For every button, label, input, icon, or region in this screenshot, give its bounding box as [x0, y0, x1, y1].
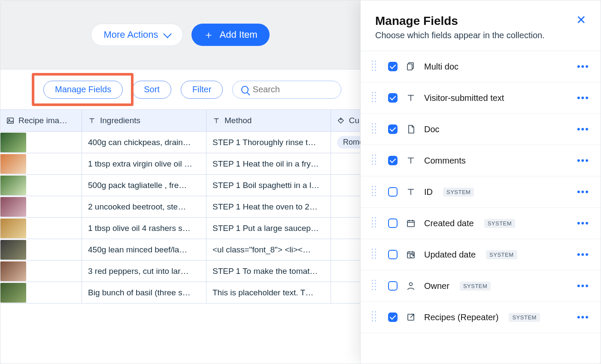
- field-more-icon[interactable]: •••: [577, 124, 589, 135]
- search-field[interactable]: [232, 81, 341, 99]
- more-actions-button[interactable]: More Actions: [91, 24, 182, 46]
- recipe-thumbnail: [0, 176, 26, 195]
- field-label: Multi doc: [424, 62, 458, 72]
- field-row: Recipes (Repeater)SYSTEM•••: [361, 302, 601, 333]
- cell-ingredients: 2 uncooked beetroot, ste…: [82, 196, 206, 217]
- col-recipe-image[interactable]: Recipe ima…: [0, 110, 82, 131]
- cell-method: STEP 1 Put a large saucep…: [206, 218, 331, 239]
- svg-rect-5: [407, 221, 414, 227]
- field-label: Updated date: [424, 250, 476, 260]
- field-row: Multi doc•••: [361, 51, 601, 82]
- drag-handle-icon[interactable]: [372, 155, 379, 167]
- table-row[interactable]: 500g pack tagliatelle , fre…STEP 1 Boil …: [0, 175, 360, 196]
- drag-handle-icon[interactable]: [372, 123, 379, 135]
- recipe-thumbnail: [0, 218, 26, 238]
- recipe-thumbnail: [0, 197, 26, 217]
- system-badge: SYSTEM: [460, 282, 491, 291]
- table-row[interactable]: 2 uncooked beetroot, ste…STEP 1 Heat the…: [0, 196, 360, 218]
- cell-recipe-image: [0, 132, 82, 153]
- close-icon[interactable]: ✕: [576, 14, 586, 26]
- svg-rect-0: [7, 118, 13, 124]
- filter-button[interactable]: Filter: [181, 81, 223, 99]
- field-checkbox[interactable]: [388, 62, 398, 71]
- field-checkbox[interactable]: [388, 250, 398, 259]
- field-row: Doc•••: [361, 114, 601, 145]
- system-badge: SYSTEM: [486, 250, 517, 259]
- field-label: Visitor-submitted text: [424, 93, 504, 103]
- sort-button[interactable]: Sort: [132, 81, 171, 99]
- cell-method: STEP 1 To make the tomat…: [206, 261, 331, 282]
- field-checkbox[interactable]: [388, 93, 398, 103]
- svg-point-2: [340, 119, 341, 120]
- calendar-icon: [406, 218, 416, 228]
- field-more-icon[interactable]: •••: [577, 249, 589, 260]
- drag-handle-icon[interactable]: [372, 249, 379, 261]
- text-icon: [406, 93, 416, 103]
- table-row[interactable]: 400g can chickpeas, drain…STEP 1 Thoroug…: [0, 132, 360, 153]
- text-icon: [88, 117, 96, 124]
- cell-ingredients: 1 tbsp extra virgin olive oil …: [82, 153, 206, 174]
- field-more-icon[interactable]: •••: [577, 155, 589, 166]
- recipe-thumbnail: [0, 133, 26, 152]
- manage-fields-button[interactable]: Manage Fields: [43, 81, 123, 99]
- col-method[interactable]: Method: [206, 110, 331, 131]
- panel-header: Manage Fields Choose which fields appear…: [361, 0, 601, 51]
- field-label: ID: [424, 187, 433, 197]
- field-checkbox[interactable]: [388, 281, 398, 291]
- system-badge: SYSTEM: [509, 313, 540, 322]
- field-checkbox[interactable]: [388, 124, 398, 134]
- table-row[interactable]: Big bunch of basil (three s…This is plac…: [0, 282, 360, 303]
- data-table: Recipe ima… Ingredients Method Cu… 400g …: [0, 109, 360, 364]
- col-recipe-image-label: Recipe ima…: [18, 116, 67, 125]
- cell-ingredients: 500g pack tagliatelle , fre…: [82, 175, 206, 196]
- cell-method: This is placeholder text. T…: [206, 282, 331, 303]
- search-icon: [241, 86, 248, 94]
- panel-subtitle: Choose which fields appear in the collec…: [375, 30, 545, 40]
- text-icon: [406, 187, 416, 197]
- table-row[interactable]: 450g lean minced beef/la…<ul class="font…: [0, 239, 360, 261]
- field-checkbox[interactable]: [388, 156, 398, 165]
- table-row[interactable]: 1 tbsp extra virgin olive oil …STEP 1 He…: [0, 153, 360, 175]
- top-action-bar: More Actions ＋ Add Item: [0, 0, 360, 69]
- field-more-icon[interactable]: •••: [577, 186, 589, 197]
- drag-handle-icon[interactable]: [372, 92, 379, 104]
- drag-handle-icon[interactable]: [372, 61, 379, 73]
- search-input[interactable]: [253, 85, 333, 94]
- field-more-icon[interactable]: •••: [577, 312, 589, 323]
- field-checkbox[interactable]: [388, 218, 398, 228]
- drag-handle-icon[interactable]: [372, 311, 379, 323]
- cell-method: STEP 1 Heat the oven to 2…: [206, 196, 331, 217]
- table-row[interactable]: 1 tbsp olive oil 4 rashers s…STEP 1 Put …: [0, 218, 360, 239]
- calendar-refresh-icon: [406, 250, 416, 259]
- image-icon: [6, 117, 14, 124]
- field-checkbox[interactable]: [388, 187, 398, 197]
- field-more-icon[interactable]: •••: [577, 280, 589, 291]
- field-more-icon[interactable]: •••: [577, 218, 589, 229]
- table-row[interactable]: 3 red peppers, cut into lar…STEP 1 To ma…: [0, 261, 360, 282]
- cell-ingredients: Big bunch of basil (three s…: [82, 282, 206, 303]
- col-ingredients-label: Ingredients: [100, 116, 140, 125]
- person-icon: [406, 281, 416, 291]
- col-method-label: Method: [225, 116, 252, 125]
- text-icon: [212, 117, 220, 124]
- field-row: IDSYSTEM•••: [361, 176, 601, 208]
- field-row: Created dateSYSTEM•••: [361, 208, 601, 239]
- field-more-icon[interactable]: •••: [577, 92, 589, 103]
- cell-recipe-image: [0, 282, 82, 303]
- drag-handle-icon[interactable]: [372, 280, 379, 292]
- panel-title: Manage Fields: [375, 14, 545, 28]
- table-header-row: Recipe ima… Ingredients Method Cu…: [0, 109, 360, 132]
- text-icon: [406, 156, 416, 165]
- add-item-button[interactable]: ＋ Add Item: [191, 24, 270, 46]
- system-badge: SYSTEM: [484, 219, 515, 228]
- cell-recipe-image: [0, 175, 82, 196]
- field-more-icon[interactable]: •••: [577, 61, 589, 72]
- tag-icon: [337, 117, 345, 124]
- col-ingredients[interactable]: Ingredients: [82, 110, 206, 131]
- drag-handle-icon[interactable]: [372, 186, 379, 198]
- field-checkbox[interactable]: [388, 312, 398, 322]
- fields-list: Multi doc•••Visitor-submitted text•••Doc…: [361, 51, 601, 364]
- link-out-icon: [406, 312, 416, 322]
- drag-handle-icon[interactable]: [372, 217, 379, 229]
- cell-method: STEP 1 Thoroughly rinse t…: [206, 132, 331, 153]
